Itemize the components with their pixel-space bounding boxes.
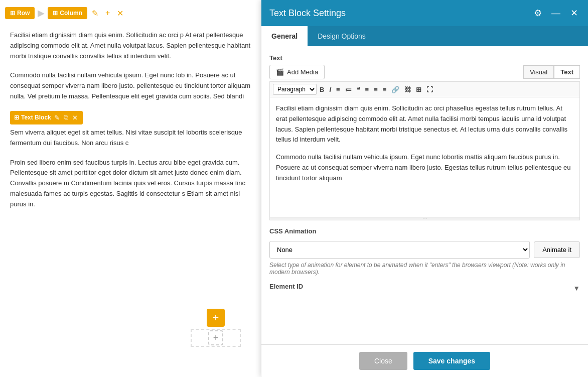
settings-icon[interactable]: ⚙ [532,7,544,19]
text-block-toolbar[interactable]: ⊞ Text Block ✎ ⧉ ✕ [10,111,83,124]
paragraph-2: Commodo nulla facilisi nullam vehicula i… [10,70,251,101]
ordered-list-button[interactable]: ≔ [343,85,354,94]
text-block-edit-icon[interactable]: ✎ [53,114,61,121]
panel-footer: Close Save changes [261,344,588,377]
bold-button[interactable]: B [318,85,326,94]
edit-icon[interactable]: ✎ [89,8,101,19]
text-section-label: Text [269,54,580,62]
panel-body: Text 🎬 Add Media Visual Text Paragraph B… [261,46,588,344]
row-button[interactable]: ⊞ Row [5,7,35,19]
align-left-button[interactable]: ≡ [363,85,371,94]
text-view-button[interactable]: Text [554,65,580,79]
editor-paragraph-2: Commodo nulla facilisi nullam vehicula i… [276,152,573,183]
columns-icon: ⊞ [53,10,58,17]
unlink-button[interactable]: ⛓ [402,85,413,94]
css-animation-section: CSS Animation None Animate it Select typ… [269,227,580,276]
paragraph-4: Proin sed libero enim sed faucibus turpi… [10,158,251,210]
tab-general[interactable]: General [261,26,308,46]
panel-tabs: General Design Options [261,26,588,46]
panel-header: Text Block Settings ⚙ — ✕ [261,0,588,26]
text-block-icon: ⊞ [14,113,19,122]
visual-view-button[interactable]: Visual [523,65,554,79]
divider: ▶ [38,8,45,19]
media-toolbar-row: 🎬 Add Media Visual Text [269,65,580,79]
content-area: ⊞ Row ▶ ⊞ Column ✎ + ✕ Facilisi etiam di… [0,0,261,377]
panel-header-icons: ⚙ — ✕ [532,7,580,19]
close-button[interactable]: Close [359,352,407,370]
element-id-section: Element ID ▼ [269,283,580,293]
paragraph-1: Facilisi etiam dignissim diam quis enim.… [10,30,251,61]
fullscreen-button[interactable]: ⛶ [424,85,435,94]
editor-toolbar: Paragraph B I ≡ ≔ ❝ ≡ ≡ ≡ 🔗 ⛓ ⊞ ⛶ [269,81,580,97]
link-button[interactable]: 🔗 [389,85,401,94]
panel-close-icon[interactable]: ✕ [568,7,580,19]
align-right-button[interactable]: ≡ [381,85,389,94]
editor-content[interactable]: Facilisi etiam dignissim diam quis enim.… [269,97,580,217]
paragraph-3: Sem viverra aliquet eget sit amet tellus… [10,128,251,149]
view-toggle: Visual Text [523,65,580,79]
add-block-area: + + [191,309,241,347]
element-id-label: Element ID [269,283,303,290]
minimize-icon[interactable]: — [550,7,562,19]
add-block-button-top[interactable]: + [207,309,225,327]
css-animation-label: CSS Animation [269,227,580,235]
save-changes-button[interactable]: Save changes [413,352,490,370]
row-column-toolbar[interactable]: ⊞ Row ▶ ⊞ Column ✎ + ✕ [5,7,126,19]
animation-help-text: Select type of animation for element to … [269,262,580,276]
animate-it-button[interactable]: Animate it [534,241,580,258]
animation-select[interactable]: None [269,241,530,259]
align-center-button[interactable]: ≡ [372,85,380,94]
paragraph-format-select[interactable]: Paragraph [273,84,317,95]
tab-design-options[interactable]: Design Options [308,26,376,46]
media-icon: 🎬 [276,68,284,76]
close-icon[interactable]: ✕ [114,8,126,19]
settings-panel: Text Block Settings ⚙ — ✕ General Design… [261,0,588,377]
blockquote-button[interactable]: ❝ [355,85,362,94]
panel-title: Text Block Settings [269,8,346,19]
add-icon[interactable]: + [103,8,112,19]
add-media-button[interactable]: 🎬 Add Media [269,65,325,79]
editor-resize-handle[interactable]: ⋯ [269,217,580,220]
grid-icon: ⊞ [10,10,15,17]
editor-paragraph-1: Facilisi etiam dignissim diam quis enim.… [276,103,573,145]
animation-row: None Animate it [269,241,580,259]
text-block-copy-icon[interactable]: ⧉ [63,113,69,121]
unordered-list-button[interactable]: ≡ [334,85,342,94]
element-id-header[interactable]: Element ID ▼ [269,283,580,293]
chevron-down-icon: ▼ [573,284,580,292]
italic-button[interactable]: I [327,85,333,94]
more-button[interactable]: ⊞ [414,85,423,94]
text-section: Text 🎬 Add Media Visual Text Paragraph B… [269,54,580,220]
column-button[interactable]: ⊞ Column [48,7,87,19]
add-block-button-bottom[interactable]: + [208,330,223,345]
resize-indicator: ⋯ [422,216,427,221]
content-text: Facilisi etiam dignissim diam quis enim.… [10,30,251,210]
text-block-close-icon[interactable]: ✕ [71,114,79,121]
